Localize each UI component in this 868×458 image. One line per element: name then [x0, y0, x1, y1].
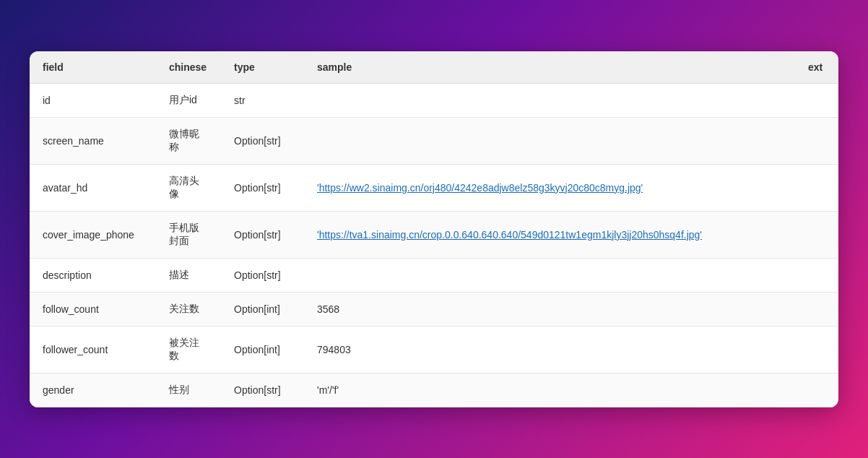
cell-ext [795, 83, 838, 117]
cell-ext [795, 117, 838, 164]
cell-field: description [30, 258, 156, 292]
cell-sample: 3568 [304, 292, 795, 326]
main-card: field chinese type sample ext id用户idstrs… [30, 51, 838, 407]
table-row: gender性别Option[str]'m'/'f' [30, 373, 838, 407]
header-sample: sample [304, 51, 795, 84]
cell-chinese: 性别 [156, 373, 221, 407]
cell-sample: 'https://tva1.sinaimg.cn/crop.0.0.640.64… [304, 211, 795, 258]
table-row: follower_count被关注数Option[int]794803 [30, 326, 838, 373]
cell-chinese: 用户id [156, 83, 221, 117]
cell-type: Option[str] [221, 258, 304, 292]
cell-ext [795, 211, 838, 258]
cell-sample [304, 117, 795, 164]
cell-sample [304, 83, 795, 117]
cell-type: Option[int] [221, 326, 304, 373]
table-row: follow_count关注数Option[int]3568 [30, 292, 838, 326]
cell-field: follow_count [30, 292, 156, 326]
header-chinese: chinese [156, 51, 221, 84]
cell-sample: 794803 [304, 326, 795, 373]
cell-chinese: 描述 [156, 258, 221, 292]
header-type: type [221, 51, 304, 84]
cell-ext [795, 258, 838, 292]
cell-type: Option[str] [221, 373, 304, 407]
cell-chinese: 手机版封面 [156, 211, 221, 258]
table-row: id用户idstr [30, 83, 838, 117]
data-table: field chinese type sample ext id用户idstrs… [30, 51, 838, 407]
table-header-row: field chinese type sample ext [30, 51, 838, 84]
cell-chinese: 高清头像 [156, 164, 221, 211]
table-row: screen_name微博昵称Option[str] [30, 117, 838, 164]
cell-ext [795, 292, 838, 326]
cell-type: str [221, 83, 304, 117]
cell-chinese: 被关注数 [156, 326, 221, 373]
cell-ext [795, 164, 838, 211]
table-row: description描述Option[str] [30, 258, 838, 292]
sample-link[interactable]: 'https://ww2.sinaimg.cn/orj480/4242e8adj… [317, 182, 643, 194]
table-row: avatar_hd高清头像Option[str]'https://ww2.sin… [30, 164, 838, 211]
cell-field: avatar_hd [30, 164, 156, 211]
sample-link[interactable]: 'https://tva1.sinaimg.cn/crop.0.0.640.64… [317, 229, 702, 241]
cell-type: Option[str] [221, 211, 304, 258]
cell-field: cover_image_phone [30, 211, 156, 258]
cell-field: id [30, 83, 156, 117]
cell-type: Option[str] [221, 117, 304, 164]
cell-chinese: 关注数 [156, 292, 221, 326]
cell-sample: 'm'/'f' [304, 373, 795, 407]
cell-ext [795, 326, 838, 373]
cell-chinese: 微博昵称 [156, 117, 221, 164]
cell-type: Option[str] [221, 164, 304, 211]
table-row: cover_image_phone手机版封面Option[str]'https:… [30, 211, 838, 258]
cell-field: screen_name [30, 117, 156, 164]
cell-ext [795, 373, 838, 407]
header-ext: ext [795, 51, 838, 84]
header-field: field [30, 51, 156, 84]
cell-field: gender [30, 373, 156, 407]
cell-sample [304, 258, 795, 292]
cell-type: Option[int] [221, 292, 304, 326]
cell-field: follower_count [30, 326, 156, 373]
cell-sample: 'https://ww2.sinaimg.cn/orj480/4242e8adj… [304, 164, 795, 211]
